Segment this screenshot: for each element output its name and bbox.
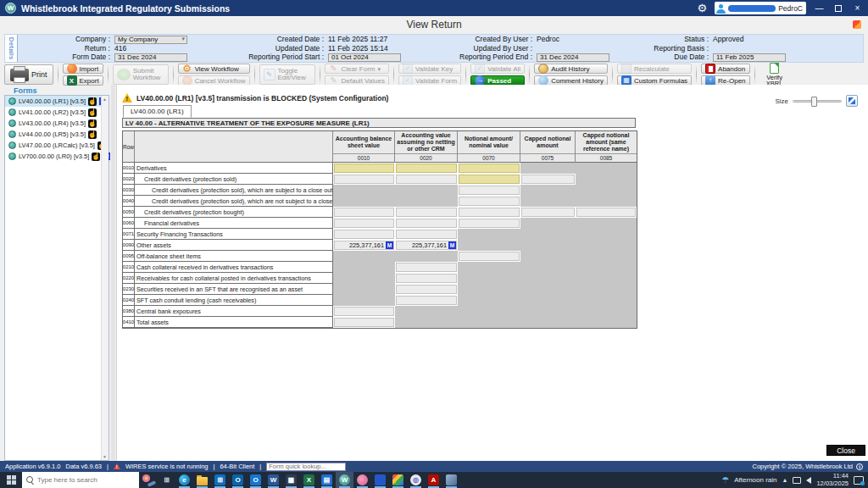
cell-0410-0010[interactable]	[333, 317, 395, 328]
cell-0050-0075[interactable]	[520, 207, 576, 218]
speaker-icon[interactable]	[806, 477, 811, 484]
cell-0020-0070[interactable]	[458, 174, 520, 185]
row-code-cell: 0060	[123, 218, 135, 229]
weather-label[interactable]: Afternoon rain	[734, 476, 776, 484]
calendar-icon[interactable]: ▤	[318, 472, 336, 488]
settings-gear-icon[interactable]: ⚙	[698, 3, 708, 14]
microsoft-store-icon[interactable]: ⊞	[211, 472, 229, 488]
toolbar-button-import[interactable]: Import	[63, 64, 103, 74]
toolbar-button-abandon[interactable]: Abandon	[701, 64, 749, 74]
forms-list-item[interactable]: LV700.00.00 (LR0) [v3.5]M	[5, 151, 108, 162]
view-return-corner-icon[interactable]	[853, 20, 861, 29]
reporting-period-start-field[interactable]: 01 Oct 2024	[326, 53, 426, 62]
taskbar-search-input[interactable]	[37, 476, 131, 484]
taskbar-clock[interactable]: 11:44 12/03/2025	[816, 473, 849, 487]
cell-0050-0010[interactable]	[333, 207, 395, 218]
cell-0050-0085[interactable]	[576, 207, 637, 218]
toolbar-button-audit-history[interactable]: Audit History	[534, 64, 608, 74]
close-button[interactable]: Close	[826, 445, 865, 456]
edge-icon[interactable]: e	[175, 472, 193, 488]
cell-0240-0020[interactable]	[395, 295, 458, 306]
info-icon[interactable]: i	[856, 463, 863, 470]
size-slider[interactable]	[793, 100, 842, 103]
reporting-basis-label: Reporting Basis :	[628, 44, 711, 53]
user-chip[interactable]: PedroC	[715, 2, 806, 14]
reporting-period-end-field[interactable]: 31 Dec 2024	[535, 53, 628, 62]
notification-icon[interactable]	[854, 476, 864, 485]
company-select[interactable]: My Company	[113, 35, 216, 44]
cell-0010-0010[interactable]	[333, 163, 395, 174]
toolbar-button-verify-xbrl[interactable]: Verify XBRL	[760, 64, 790, 86]
cell-0030-0010	[333, 185, 395, 196]
cell-0210-0020[interactable]	[395, 262, 458, 273]
close-window-button[interactable]: ×	[852, 0, 863, 16]
layered-app-icon[interactable]	[442, 472, 460, 488]
forms-list-item[interactable]: LV40.00.00 (LR1) [v3.5]M	[5, 96, 108, 107]
panel-splitter[interactable]	[111, 85, 115, 461]
forms-list-item[interactable]: LV44.00.00 (LR5) [v3.5]	[5, 129, 108, 140]
form-quick-lookup-input[interactable]	[266, 463, 346, 471]
cell-0010-0070[interactable]	[458, 163, 520, 174]
adobe-acrobat-icon[interactable]: A	[425, 472, 442, 488]
size-slider-thumb[interactable]	[811, 97, 817, 107]
due-date-field[interactable]: 11 Feb 2025	[711, 53, 860, 62]
table-header: RowAccounting balance sheet value0010Acc…	[123, 131, 637, 163]
cell-0060-0020[interactable]	[395, 218, 458, 229]
cell-0220-0070	[458, 273, 520, 284]
seasonal-doodle-icon[interactable]	[139, 472, 158, 488]
spiral-app-icon-glyph: ◎	[410, 474, 421, 485]
form-tab[interactable]: LV40.00.00 (LR1)	[123, 105, 192, 118]
forms-list-item[interactable]: LV43.00.00 (LR4) [v3.5]	[5, 118, 108, 129]
whistlebrook-icon[interactable]: W	[336, 472, 353, 488]
cell-0071-0010[interactable]	[333, 229, 395, 240]
cell-0020-0010[interactable]	[333, 174, 395, 185]
outlook-classic-icon[interactable]: O	[229, 472, 247, 488]
cell-0071-0020[interactable]	[395, 229, 458, 240]
details-side-tab[interactable]: Details	[5, 35, 18, 62]
cell-0040-0020	[395, 196, 458, 207]
word-icon[interactable]: W	[264, 472, 282, 488]
tray-chevron-icon[interactable]: ▲	[782, 477, 788, 483]
cell-0010-0020[interactable]	[395, 163, 458, 174]
blue-app-icon[interactable]	[371, 472, 389, 488]
network-icon[interactable]	[793, 477, 801, 484]
cell-0020-0020[interactable]	[395, 174, 458, 185]
form-date-field[interactable]: 31 Dec 2024	[113, 53, 216, 62]
cell-0050-0070[interactable]	[458, 207, 520, 218]
restore-button[interactable]	[835, 5, 842, 12]
validate-icon	[475, 64, 485, 74]
photos-icon[interactable]	[389, 472, 407, 488]
window-title: Whistlebrook Integrated Regulatory Submi…	[21, 3, 230, 14]
cell-0030-0070[interactable]	[458, 185, 520, 196]
cell-0095-0070[interactable]	[458, 251, 520, 262]
cell-0050-0020[interactable]	[395, 207, 458, 218]
forms-list-item[interactable]: LV41.00.00 (LR2) [v3.5]	[5, 107, 108, 118]
task-view-icon[interactable]: ⊞	[158, 472, 175, 488]
taskbar-search[interactable]	[22, 472, 139, 488]
start-button[interactable]	[0, 472, 22, 488]
spiral-app-icon[interactable]: ◎	[407, 472, 425, 488]
cell-0090-0020[interactable]: 225,377,161M	[395, 240, 458, 251]
file-explorer-icon[interactable]	[193, 472, 211, 488]
cell-0230-0020[interactable]	[395, 284, 458, 295]
cell-0060-0010[interactable]	[333, 218, 395, 229]
toolbar-button-print[interactable]: Print	[4, 64, 53, 85]
pink-app-icon[interactable]	[353, 472, 371, 488]
fit-zoom-button[interactable]	[846, 95, 858, 107]
cell-0040-0070[interactable]	[458, 196, 520, 207]
cell-0380-0010[interactable]	[333, 306, 395, 317]
outlook-icon[interactable]: O	[247, 472, 264, 488]
cell-0020-0075[interactable]	[520, 174, 576, 185]
forms-list-item[interactable]: LV47.00.00 (LRCalc) [v3.5]	[5, 140, 108, 151]
forms-list-scrollbar[interactable]	[101, 96, 108, 460]
toolbar-button-export[interactable]: Export	[63, 75, 103, 86]
minimize-button[interactable]: —	[814, 0, 825, 16]
column-header-code: 0070	[458, 154, 520, 163]
calculator-icon[interactable]: ▦	[282, 472, 300, 488]
cell-0220-0020[interactable]	[395, 273, 458, 284]
toolbar-button-view-workflow[interactable]: View Workflow	[178, 64, 250, 74]
cell-0090-0010[interactable]: 225,377,161M	[333, 240, 395, 251]
cell-0060-0070[interactable]	[458, 218, 520, 229]
excel-icon[interactable]: X	[300, 472, 318, 488]
weather-icon[interactable]: ☂	[721, 475, 729, 485]
